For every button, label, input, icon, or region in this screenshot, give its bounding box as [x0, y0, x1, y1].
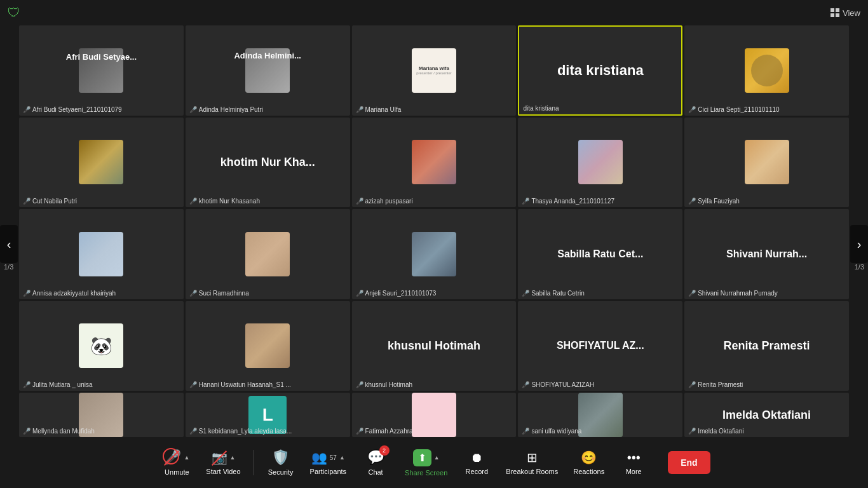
- tile-sani[interactable]: 🎤 sani ulfa widiyana: [518, 393, 682, 437]
- tile-label-adinda: 🎤 Adinda Helminiya Putri: [189, 106, 346, 113]
- imelda-name: Imelda Oktafiani: [717, 409, 816, 422]
- unmute-button[interactable]: 🎤 ▲ Unmute: [158, 445, 196, 480]
- tile-mellynda[interactable]: 🎤 Mellynda dan Mufidah: [19, 393, 184, 437]
- chat-label: Chat: [368, 468, 383, 476]
- mic-off-icon: 🎤: [23, 290, 31, 297]
- top-bar: 🛡 View: [0, 0, 868, 25]
- tile-annisa[interactable]: 🎤 Annisa adzakiyyatul khairiyah: [19, 209, 184, 299]
- end-button[interactable]: End: [668, 451, 710, 474]
- tile-label-mellynda: 🎤 Mellynda dan Mufidah: [23, 428, 180, 435]
- mic-off-icon: 🎤: [189, 106, 197, 113]
- more-icon: •••: [627, 451, 641, 465]
- tile-azizah[interactable]: 🎤 azizah puspasari: [352, 118, 517, 208]
- start-video-button[interactable]: 📷 ▲ Start Video: [201, 446, 245, 479]
- mic-off-icon: 🎤: [522, 290, 529, 297]
- tile-label-syifa: 🎤 Syifa Fauziyah: [688, 198, 845, 205]
- participants-caret[interactable]: ▲: [339, 454, 345, 461]
- mic-off-icon: 🎤: [688, 106, 696, 113]
- participants-count: 57: [330, 454, 337, 461]
- tile-suci[interactable]: 🎤 Suci Ramadhinna: [186, 209, 350, 299]
- tile-khusnul[interactable]: khusnul Hotimah 🎤 khusnul Hotimah: [352, 301, 517, 391]
- mic-off-icon: 🎤: [189, 290, 197, 297]
- mic-off-icon: 🎤: [23, 198, 31, 205]
- tile-label-thasya: 🎤 Thasya Ananda_2110101127: [522, 198, 679, 205]
- tile-label-imelda: 🎤 Imelda Oktafiani: [688, 428, 845, 435]
- sabilla-name: Sabilla Ratu Cet...: [552, 248, 648, 260]
- tile-hanani[interactable]: 🎤 Hanani Uswatun Hasanah_S1 ...: [186, 301, 350, 391]
- view-button[interactable]: View: [831, 8, 860, 18]
- page-indicator-left: 1/3: [4, 263, 13, 271]
- mic-off-icon: 🎤: [189, 428, 197, 435]
- tile-afri[interactable]: Afri Budi Setyae... 🎤 Afri Budi Setyaeni…: [19, 25, 184, 116]
- tile-syifa[interactable]: 🎤 Syifa Fauziyah: [684, 118, 849, 208]
- mic-off-icon: 🎤: [23, 381, 31, 388]
- participant-grid: Afri Budi Setyae... 🎤 Afri Budi Setyaeni…: [19, 25, 849, 437]
- tile-dita[interactable]: dita kristiana dita kristiana: [518, 25, 682, 116]
- share-screen-label: Share Screen: [405, 469, 447, 477]
- view-label: View: [843, 8, 860, 18]
- tile-label-khusnul: 🎤 khusnul Hotimah: [356, 381, 513, 388]
- khusnul-name: khusnul Hotimah: [383, 339, 485, 353]
- svg-rect-0: [831, 8, 834, 12]
- tile-label-dita: dita kristiana: [523, 105, 677, 112]
- mic-off-icon: 🎤: [688, 381, 696, 388]
- mic-off-icon: 🎤: [356, 428, 363, 435]
- tile-shivani[interactable]: Shivani Nurrah... 🎤 Shivani Nurrahmah Pu…: [684, 209, 849, 299]
- tile-label-hanani: 🎤 Hanani Uswatun Hasanah_S1 ...: [189, 381, 346, 388]
- tile-cut[interactable]: 🎤 Cut Nabila Putri: [19, 118, 184, 208]
- tile-lyla[interactable]: L 🎤 S1 kebidanan_Lyla aleyda lasa...: [186, 393, 350, 437]
- reactions-icon: 😊: [581, 450, 597, 465]
- tile-renita[interactable]: Renita Pramesti 🎤 Renita Pramesti: [684, 301, 849, 391]
- tile-adinda[interactable]: Adinda Helmini... 🎤 Adinda Helminiya Put…: [186, 25, 350, 116]
- chat-button[interactable]: 💬 2 Chat: [356, 445, 395, 480]
- security-button[interactable]: 🛡️ Security: [262, 445, 300, 480]
- share-caret[interactable]: ▲: [434, 454, 440, 461]
- next-page-button[interactable]: ›: [850, 225, 868, 263]
- tile-cici[interactable]: 🎤 Cici Liara Septi_2110101110: [684, 25, 849, 116]
- chat-badge: 2: [379, 445, 390, 456]
- mic-off-icon: 🎤: [356, 381, 363, 388]
- prev-page-button[interactable]: ‹: [0, 225, 18, 263]
- page-indicator-right: 1/3: [855, 263, 864, 271]
- mic-off-icon: 🎤: [356, 290, 363, 297]
- share-screen-button[interactable]: ⬆ ▲ Share Screen: [400, 445, 452, 480]
- grid-icon: [831, 8, 839, 17]
- mic-icon: 🎤: [164, 449, 181, 466]
- mic-off-icon: 🎤: [522, 428, 529, 435]
- tile-label-anjeli: 🎤 Anjeli Sauri_2110101073: [356, 290, 513, 297]
- tile-mariana[interactable]: Mariana wifa presenter / presenter 🎤 Mar…: [352, 25, 517, 116]
- tile-julita[interactable]: 🐼 🎤 Julita Mutiara _ unisa: [19, 301, 184, 391]
- tile-shofi[interactable]: SHOFIYATUL AZ... 🎤 SHOFIYATUL AZIZAH: [518, 301, 682, 391]
- tile-label-annisa: 🎤 Annisa adzakiyyatul khairiyah: [23, 290, 180, 297]
- start-video-label: Start Video: [206, 468, 240, 475]
- tile-sabilla[interactable]: Sabilla Ratu Cet... 🎤 Sabilla Ratu Cetri…: [518, 209, 682, 299]
- tile-label-sani: 🎤 sani ulfa widiyana: [522, 428, 679, 435]
- tile-label-suci: 🎤 Suci Ramadhinna: [189, 290, 346, 297]
- svg-rect-2: [831, 13, 834, 17]
- breakout-rooms-button[interactable]: ⊞ Breakout Rooms: [501, 446, 563, 479]
- tile-khotim[interactable]: khotim Nur Kha... 🎤 khotim Nur Khasanah: [186, 118, 350, 208]
- video-caret[interactable]: ▲: [230, 454, 236, 461]
- reactions-button[interactable]: 😊 Reactions: [568, 446, 609, 479]
- mic-off-icon: 🎤: [688, 290, 696, 297]
- participants-button[interactable]: 👥 57 ▲ Participants: [305, 446, 351, 479]
- record-button[interactable]: ⏺ Record: [458, 447, 496, 479]
- unmute-caret[interactable]: ▲: [184, 454, 189, 461]
- mic-off-icon: 🎤: [688, 428, 696, 435]
- mic-off-icon: 🎤: [356, 106, 363, 113]
- more-button[interactable]: ••• More: [614, 447, 653, 479]
- mic-off-icon: 🎤: [522, 381, 529, 388]
- mic-off-icon: 🎤: [688, 198, 696, 205]
- tile-label-fatimah: 🎤 Fatimah Azzahra: [356, 428, 513, 435]
- security-icon: 🛡️: [272, 449, 289, 466]
- record-icon: ⏺: [470, 451, 483, 465]
- tile-label-azizah: 🎤 azizah puspasari: [356, 198, 513, 205]
- tile-anjeli[interactable]: 🎤 Anjeli Sauri_2110101073: [352, 209, 517, 299]
- breakout-icon: ⊞: [527, 450, 538, 465]
- reactions-label: Reactions: [573, 468, 604, 475]
- tile-thasya[interactable]: 🎤 Thasya Ananda_2110101127: [518, 118, 682, 208]
- tile-imelda[interactable]: Imelda Oktafiani 🎤 Imelda Oktafiani: [684, 393, 849, 437]
- tile-fatimah[interactable]: 🎤 Fatimah Azzahra: [352, 393, 517, 437]
- svg-rect-1: [836, 8, 839, 12]
- more-label: More: [626, 468, 642, 475]
